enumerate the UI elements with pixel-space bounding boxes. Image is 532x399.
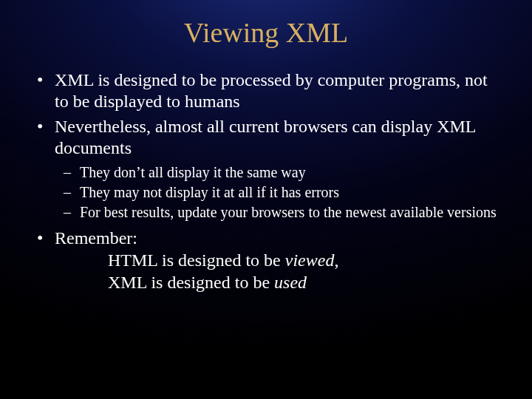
- remember-line-2-emph: used: [274, 273, 307, 292]
- bullet-item: Nevertheless, almost all current browser…: [47, 116, 505, 222]
- remember-line-2-text: XML is designed to be: [108, 273, 274, 292]
- bullet-text: Nevertheless, almost all current browser…: [55, 117, 476, 157]
- sub-bullet-text: They may not display it at all if it has…: [80, 184, 339, 200]
- sub-bullet-list: They don’t all display it the same way T…: [55, 163, 505, 222]
- remember-line-1-emph: viewed: [285, 250, 335, 270]
- bullet-item: Remember: HTML is designed to be viewed,…: [47, 228, 505, 293]
- sub-bullet-item: For best results, update your browsers t…: [74, 203, 505, 222]
- sub-bullet-text: They don’t all display it the same way: [80, 164, 306, 180]
- sub-bullet-item: They don’t all display it the same way: [74, 163, 505, 182]
- sub-bullet-item: They may not display it at all if it has…: [74, 183, 505, 202]
- remember-line-1-text: HTML is designed to be: [108, 250, 285, 270]
- bullet-item: XML is designed to be processed by compu…: [47, 69, 505, 113]
- remember-line-1-punct: ,: [334, 250, 338, 270]
- remember-block: HTML is designed to be viewed, XML is de…: [55, 249, 505, 293]
- bullet-list: XML is designed to be processed by compu…: [27, 69, 505, 293]
- bullet-text: Remember:: [55, 228, 137, 248]
- sub-bullet-text: For best results, update your browsers t…: [80, 204, 497, 220]
- bullet-text: XML is designed to be processed by compu…: [55, 70, 488, 111]
- slide: Viewing XML XML is designed to be proces…: [0, 0, 532, 399]
- slide-title: Viewing XML: [27, 16, 505, 49]
